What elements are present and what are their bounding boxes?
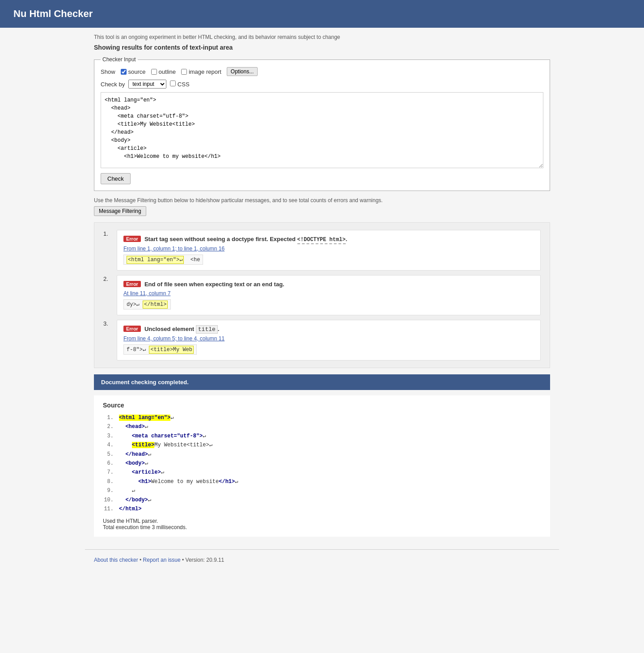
source-line-2: 2. <head>↵ xyxy=(103,422,541,431)
errors-container: 1. Error Start tag seen without seeing a… xyxy=(94,222,550,368)
source-linenum-2: 2. xyxy=(103,422,114,431)
outline-label: outline xyxy=(159,68,176,75)
source-checkbox-label[interactable]: source xyxy=(121,68,146,75)
completion-text: Document checking completed. xyxy=(101,379,189,386)
error-card-1: Error Start tag seen without seeing a do… xyxy=(117,230,541,271)
source-linecode-4: <title>My Website<title>↵ xyxy=(119,441,212,449)
source-linenum-9: 9. xyxy=(103,486,114,495)
error-list: 1. Error Start tag seen without seeing a… xyxy=(103,230,541,360)
options-button[interactable]: Options... xyxy=(227,67,258,76)
message-filtering-button[interactable]: Message Filtering xyxy=(94,206,146,216)
completion-banner: Document checking completed. xyxy=(94,374,550,390)
page-header: Nu Html Checker xyxy=(0,0,644,28)
main-content: This tool is an ongoing experiment in be… xyxy=(85,28,559,549)
error-message-3: Unclosed element title. xyxy=(144,326,220,333)
page-title: Nu Html Checker xyxy=(13,8,631,20)
error-item-3: 3. Error Unclosed element title. From li… xyxy=(103,320,541,360)
error-badge-2: Error xyxy=(123,281,141,287)
show-label: Show xyxy=(101,68,115,75)
error-snippet-highlight-3: <title>My Web xyxy=(149,346,194,354)
check-by-row: Check by text input file upload address … xyxy=(101,80,543,89)
footer-separator-1: • xyxy=(140,557,143,563)
checker-input-legend: Checker Input xyxy=(101,56,138,63)
show-row: Show source outline image report Options… xyxy=(101,67,543,76)
source-line-4: 4. <title>My Website<title>↵ xyxy=(103,441,541,449)
source-line-9: 9. ↵ xyxy=(103,486,541,495)
error-snippet-highlight-1: <html lang="en">↵ xyxy=(127,256,184,264)
source-line-8: 8. <h1>Welcome to my website</h1>↵ xyxy=(103,477,541,486)
image-report-label: image report xyxy=(189,68,221,75)
source-linecode-9: ↵ xyxy=(119,486,135,495)
source-heading: Source xyxy=(103,402,541,409)
footer: About this checker • Report an issue • V… xyxy=(85,549,559,570)
source-linenum-3: 3. xyxy=(103,432,114,441)
textarea-wrapper: <html lang="en"> <head> <meta charset="u… xyxy=(101,92,543,170)
source-section: Source 1. <html lang="en">↵ 2. <head>↵ 3… xyxy=(94,395,550,537)
source-line-6: 6. <body>↵ xyxy=(103,459,541,468)
source-linenum-7: 7. xyxy=(103,468,114,477)
check-button[interactable]: Check xyxy=(101,173,131,184)
source-code-block: 1. <html lang="en">↵ 2. <head>↵ 3. <meta… xyxy=(103,413,541,513)
error-row-2: Error End of file seen when expecting te… xyxy=(123,281,534,288)
source-line-3: 3. <meta charset="utf-8">↵ xyxy=(103,432,541,441)
source-line-11: 11. </html> xyxy=(103,505,541,513)
execution-time: Total execution time 3 milliseconds. xyxy=(103,524,541,530)
error-number-2: 2. xyxy=(103,275,112,315)
error-row-3: Error Unclosed element title. xyxy=(123,326,534,333)
source-checkbox[interactable] xyxy=(121,69,127,75)
source-linenum-6: 6. xyxy=(103,459,114,468)
source-linecode-6: <body>↵ xyxy=(119,459,148,468)
version-text: Version: 20.9.11 xyxy=(186,557,225,563)
css-label: CSS xyxy=(178,81,190,88)
source-line-10: 10. </body>↵ xyxy=(103,496,541,505)
error-location-1[interactable]: From line 1, column 1; to line 1, column… xyxy=(123,246,534,252)
error-location-2[interactable]: At line 11, column 7 xyxy=(123,290,534,297)
results-heading: Showing results for contents of text-inp… xyxy=(94,44,550,51)
outline-checkbox-label[interactable]: outline xyxy=(151,68,176,75)
msg-filter-description: Use the Message Filtering button below t… xyxy=(94,197,550,204)
error-snippet-3: f-8">↵ <title>My Web xyxy=(123,344,197,355)
message-filtering-section: Use the Message Filtering button below t… xyxy=(94,197,550,216)
error-number-1: 1. xyxy=(103,230,112,271)
source-linecode-5: </head>↵ xyxy=(119,450,151,459)
error-message-2: End of file seen when expecting text or … xyxy=(144,281,284,288)
image-report-checkbox[interactable] xyxy=(181,69,187,75)
report-issue-link[interactable]: Report an issue xyxy=(143,557,181,563)
source-linecode-8: <h1>Welcome to my website</h1>↵ xyxy=(119,477,238,486)
tool-description: This tool is an ongoing experiment in be… xyxy=(94,34,550,40)
source-line-7: 7. <article>↵ xyxy=(103,468,541,477)
error-card-3: Error Unclosed element title. From line … xyxy=(117,320,541,360)
error-message-1: Start tag seen without seeing a doctype … xyxy=(144,236,347,243)
error-location-3[interactable]: From line 4, column 5; to line 4, column… xyxy=(123,335,534,342)
css-checkbox[interactable] xyxy=(170,81,176,86)
error-badge-1: Error xyxy=(123,236,141,242)
source-linecode-3: <meta charset="utf-8">↵ xyxy=(119,432,206,441)
source-linenum-4: 4. xyxy=(103,441,114,449)
source-linenum-8: 8. xyxy=(103,477,114,486)
error-snippet-1: <html lang="en">↵ <he xyxy=(123,254,203,265)
html-textarea[interactable]: <html lang="en"> <head> <meta charset="u… xyxy=(101,92,543,168)
error-element-3: title xyxy=(196,325,218,334)
checker-input-fieldset: Checker Input Show source outline image … xyxy=(94,56,550,191)
footer-separator-2: • xyxy=(182,557,186,563)
source-linenum-5: 5. xyxy=(103,450,114,459)
error-item-1: 1. Error Start tag seen without seeing a… xyxy=(103,230,541,271)
error-expected-code-1: <!DOCTYPE html> xyxy=(297,237,346,244)
source-linecode-1: <html lang="en">↵ xyxy=(119,413,174,422)
css-checkbox-label[interactable]: CSS xyxy=(170,81,189,88)
error-badge-3: Error xyxy=(123,326,141,332)
source-label: source xyxy=(128,68,146,75)
error-card-2: Error End of file seen when expecting te… xyxy=(117,275,541,315)
source-linecode-7: <article>↵ xyxy=(119,468,164,477)
source-linenum-10: 10. xyxy=(103,496,114,505)
about-checker-link[interactable]: About this checker xyxy=(94,557,138,563)
error-item-2: 2. Error End of file seen when expecting… xyxy=(103,275,541,315)
check-by-label: Check by xyxy=(101,81,125,88)
source-linecode-10: </body>↵ xyxy=(119,496,151,505)
outline-checkbox[interactable] xyxy=(151,69,157,75)
image-report-checkbox-label[interactable]: image report xyxy=(181,68,221,75)
check-by-select[interactable]: text input file upload address xyxy=(128,80,166,89)
source-linecode-2: <head>↵ xyxy=(119,422,148,431)
source-line-5: 5. </head>↵ xyxy=(103,450,541,459)
error-number-3: 3. xyxy=(103,320,112,360)
